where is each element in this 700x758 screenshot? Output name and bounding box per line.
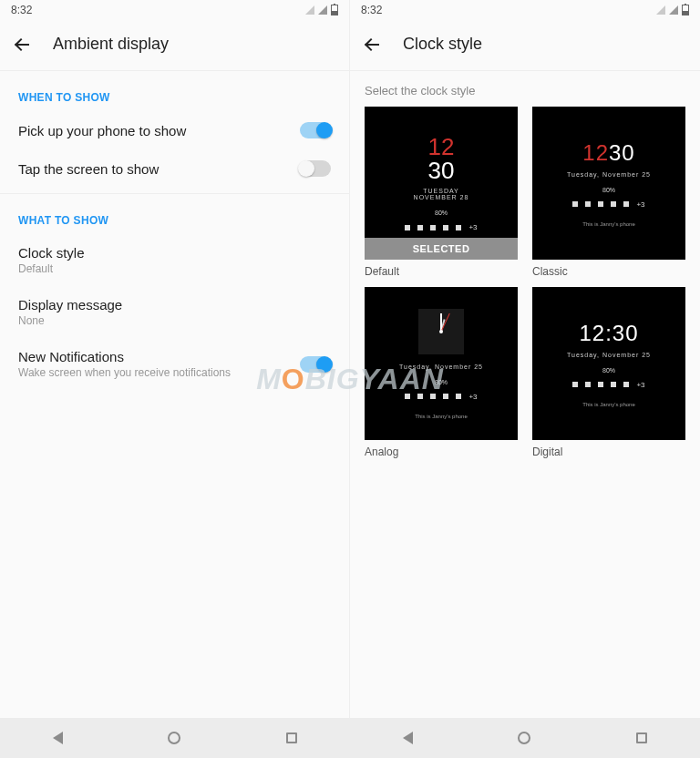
preview-icon-row: +3: [405, 223, 477, 231]
row-label: Clock style: [18, 245, 85, 261]
chat-icon: [430, 394, 436, 399]
screen-ambient-display: 8:32 Ambient display WHEN TO SHOW Pick u…: [0, 0, 350, 758]
preview-battery: 80%: [435, 210, 448, 216]
selected-badge: SELECTED: [365, 238, 518, 260]
facebook-icon: [456, 394, 461, 399]
bell-icon: [611, 382, 616, 387]
preview-owner: This is Janny's phone: [582, 402, 635, 407]
signal-icon: [318, 5, 327, 15]
preview-analog: Tuesday, November 25 80% +3 This is Jann…: [365, 287, 518, 440]
bell-icon: [443, 394, 448, 399]
card-default[interactable]: 12 30 TUESDAY NOVEMBER 28 80% +3: [365, 107, 518, 278]
mail-icon: [417, 225, 423, 230]
clock-pivot: [439, 330, 443, 333]
facebook-icon: [623, 201, 629, 207]
mail-icon: [585, 201, 591, 207]
preview-hours: 12: [579, 321, 605, 345]
select-hint: Select the clock style: [350, 71, 700, 107]
card-label: Analog: [365, 446, 518, 458]
chat-icon: [430, 225, 436, 230]
status-icons: [656, 5, 689, 15]
nav-home-icon[interactable]: [518, 732, 530, 744]
row-clock-style[interactable]: Clock style Default: [0, 234, 349, 286]
preview-more: +3: [468, 223, 477, 231]
row-label: Pick up your phone to show: [18, 123, 186, 138]
preview-more: +3: [636, 381, 644, 389]
back-arrow-icon[interactable]: [15, 36, 31, 53]
facebook-icon: [456, 225, 461, 230]
analog-clock-face: [418, 309, 464, 354]
nav-back-icon[interactable]: [53, 732, 63, 744]
card-label: Classic: [532, 265, 685, 278]
preview-icon-row: +3: [572, 200, 644, 209]
row-label: Tap the screen to show: [18, 161, 159, 177]
preview-date: NOVEMBER 28: [414, 194, 469, 200]
preview-battery: 80%: [602, 367, 615, 374]
header-bar: Clock style: [350, 20, 700, 71]
header-bar: Ambient display: [0, 20, 349, 71]
phone-icon: [572, 382, 578, 387]
row-new-notifications[interactable]: New Notifications Wake screen when you r…: [0, 338, 349, 390]
section-when-to-show: WHEN TO SHOW: [0, 71, 349, 111]
back-arrow-icon[interactable]: [365, 36, 381, 53]
row-label: Display message: [18, 297, 122, 312]
preview-digital: 12:30 Tuesday, November 25 80% +3 This i…: [532, 287, 685, 440]
row-pickup-to-show[interactable]: Pick up your phone to show: [0, 111, 349, 149]
status-bar: 8:32: [0, 0, 349, 20]
preview-minutes: 30: [609, 140, 635, 165]
card-digital[interactable]: 12:30 Tuesday, November 25 80% +3 This i…: [532, 287, 685, 458]
row-display-message[interactable]: Display message None: [0, 286, 349, 338]
bell-icon: [443, 225, 448, 230]
mail-icon: [585, 382, 591, 387]
preview-day: TUESDAY: [423, 188, 459, 194]
preview-default: 12 30 TUESDAY NOVEMBER 28 80% +3: [365, 107, 518, 260]
toggle-pickup[interactable]: [300, 122, 331, 138]
preview-owner: This is Janny's phone: [415, 414, 468, 419]
facebook-icon: [623, 382, 629, 387]
preview-classic: 1230 Tuesday, November 25 80% +3 This is…: [532, 107, 685, 260]
card-analog[interactable]: Tuesday, November 25 80% +3 This is Jann…: [365, 287, 518, 458]
status-icons: [305, 5, 338, 15]
phone-icon: [572, 201, 578, 207]
screen-clock-style: 8:32 Clock style Select the clock style …: [350, 0, 700, 758]
preview-more: +3: [468, 393, 477, 401]
bell-icon: [611, 201, 616, 207]
nav-recent-icon[interactable]: [286, 732, 297, 743]
chat-icon: [598, 382, 603, 387]
preview-date: Tuesday, November 25: [399, 364, 483, 370]
battery-icon: [331, 5, 338, 15]
mail-icon: [417, 394, 423, 399]
nav-home-icon[interactable]: [168, 732, 180, 744]
battery-icon: [682, 5, 689, 15]
row-value: None: [18, 314, 122, 327]
preview-owner: This is Janny's phone: [582, 221, 635, 227]
page-title: Clock style: [403, 35, 482, 54]
preview-date: Tuesday, November 25: [567, 171, 651, 178]
toggle-tap[interactable]: [300, 160, 331, 177]
preview-battery: 80%: [435, 379, 448, 385]
preview-icon-row: +3: [405, 393, 477, 401]
signal-icon: [305, 5, 314, 15]
status-time: 8:32: [11, 4, 32, 16]
preview-battery: 80%: [602, 187, 615, 193]
row-tap-to-show[interactable]: Tap the screen to show: [0, 149, 349, 188]
card-label: Default: [365, 265, 518, 278]
nav-back-icon[interactable]: [403, 732, 413, 744]
card-classic[interactable]: 1230 Tuesday, November 25 80% +3 This is…: [532, 107, 685, 278]
status-time: 8:32: [361, 4, 382, 16]
nav-recent-icon[interactable]: [636, 732, 647, 743]
preview-minutes: 30: [428, 157, 455, 184]
preview-hours: 12: [582, 140, 609, 165]
row-label: New Notifications: [18, 349, 231, 364]
row-sub: Wake screen when you receive notificatio…: [18, 366, 231, 379]
preview-icon-row: +3: [572, 381, 644, 389]
status-bar: 8:32: [350, 0, 700, 20]
signal-icon: [669, 5, 678, 15]
toggle-new-notifications[interactable]: [300, 356, 331, 373]
card-label: Digital: [532, 446, 685, 458]
phone-icon: [405, 225, 410, 230]
page-title: Ambient display: [53, 35, 169, 54]
signal-icon: [656, 5, 665, 15]
row-value: Default: [18, 262, 85, 275]
preview-minutes: 30: [612, 321, 639, 345]
